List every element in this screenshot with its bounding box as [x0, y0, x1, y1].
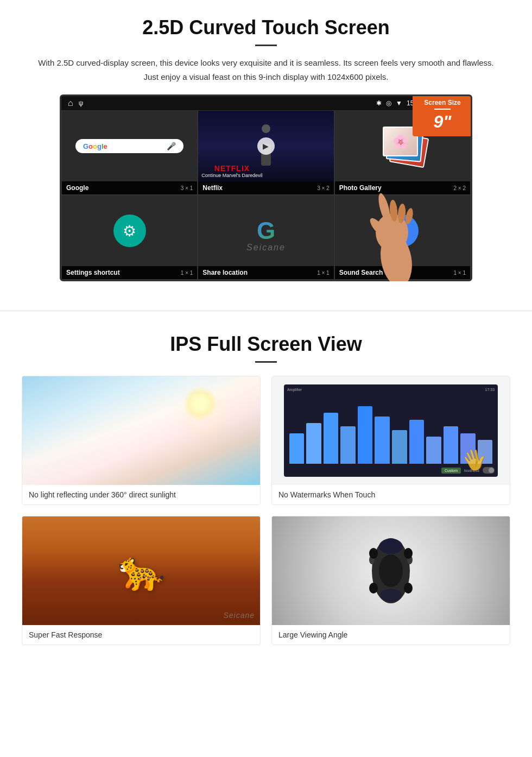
section-ips: IPS Full Screen View No light reflecting…: [0, 327, 532, 661]
svg-point-15: [369, 583, 378, 594]
amplifier-card: Amplifier 17:33: [271, 376, 510, 505]
google-name: Google: [66, 184, 88, 192]
car-card: Large Viewing Angle: [271, 516, 510, 645]
eq-bar-1: [289, 433, 305, 464]
car-image: [272, 516, 510, 625]
netflix-subtitle: Continue Marvel's Daredevil: [201, 173, 262, 178]
sunlight-card: No light reflecting under 360° direct su…: [22, 376, 261, 505]
amp-title: Amplifier: [287, 388, 302, 392]
google-cell-image: Google 🎤: [62, 111, 197, 181]
eq-bar-2: [306, 423, 321, 464]
status-bar: ⌂ ψ ✱ ◎ ▼ 15:06 ⊡ ◁) ⊠ ▭: [61, 96, 471, 110]
seicane-watermark-cheetah: Seicane: [223, 611, 255, 620]
svg-point-13: [369, 548, 378, 559]
badge-label: Screen Size: [418, 99, 467, 106]
sound-label: Sound Search 1 × 1: [335, 266, 470, 279]
app-cell-settings[interactable]: ⚙ Settings shortcut 1 × 1: [61, 195, 198, 280]
eq-bar-5: [358, 406, 373, 464]
maps-cell-image: G: [198, 195, 333, 266]
section1-title: 2.5D Curved Touch Screen: [33, 16, 499, 39]
amp-header: Amplifier 17:33: [287, 388, 495, 392]
sunlight-caption: No light reflecting under 360° direct su…: [22, 485, 260, 504]
google-label: Google 3 × 1: [62, 181, 197, 194]
amplifier-caption: No Watermarks When Touch: [272, 485, 510, 504]
eq-bar-6: [375, 417, 390, 464]
settings-cell-image: ⚙: [62, 195, 197, 266]
wifi-icon: ▼: [396, 99, 402, 107]
sound-name: Sound Search: [339, 269, 383, 276]
app-cell-sound[interactable]: ♪ Sound Search 1 × 1: [334, 195, 471, 280]
eq-bar-7: [392, 430, 407, 464]
car-caption: Large Viewing Angle: [272, 625, 510, 645]
svg-point-9: [380, 589, 402, 602]
netflix-cell-image: ▶ NETFLIX Continue Marvel's Daredevil: [198, 111, 333, 181]
device-screen: Screen Size 9" ⌂ ψ ✱ ◎ ▼ 15:06 ⊡ ◁) ⊠: [60, 94, 472, 281]
amp-footer: Custom loudness: [287, 467, 495, 474]
google-search-bar[interactable]: Google 🎤: [75, 139, 183, 153]
photos-name: Photo Gallery: [339, 184, 382, 192]
google-size: 3 × 1: [181, 185, 193, 191]
home-icon: ⌂: [68, 98, 73, 108]
settings-icon: ⚙: [113, 215, 146, 247]
gps-icon: ◎: [386, 99, 391, 107]
section1-desc: With 2.5D curved-display screen, this de…: [33, 56, 499, 84]
section1-divider: [255, 45, 277, 46]
app-cell-google[interactable]: Google 🎤 Google 3 × 1: [61, 110, 198, 195]
svg-point-16: [404, 583, 413, 594]
google-logo: Google: [83, 142, 107, 150]
app-cell-netflix[interactable]: ▶ NETFLIX Continue Marvel's Daredevil Ne…: [198, 110, 334, 195]
play-button[interactable]: ▶: [257, 137, 275, 155]
settings-name: Settings shortcut: [66, 269, 120, 276]
car-svg: [358, 527, 423, 614]
badge-size: 9": [418, 112, 467, 132]
eq-bar-10: [444, 426, 459, 464]
netflix-logo: NETFLIX: [201, 164, 262, 173]
amp-screen: Amplifier 17:33: [284, 384, 498, 477]
google-maps-icon: G: [257, 217, 275, 244]
bluetooth-icon: ✱: [376, 99, 382, 107]
sound-size: 1 × 1: [453, 270, 466, 276]
cheetah-card: 🐆 Seicane Super Fast Response: [22, 516, 261, 645]
settings-label: Settings shortcut 1 × 1: [62, 266, 197, 279]
settings-size: 1 × 1: [181, 270, 193, 276]
sun-glow: [184, 387, 217, 420]
device-mockup: Screen Size 9" ⌂ ψ ✱ ◎ ▼ 15:06 ⊡ ◁) ⊠: [60, 94, 472, 281]
app-cell-maps[interactable]: G Share location 1 × 1: [198, 195, 334, 280]
photos-size: 2 × 2: [453, 185, 466, 191]
microphone-icon: 🎤: [167, 142, 176, 150]
netflix-label: Netflix 3 × 2: [198, 181, 333, 194]
section2-divider: [255, 361, 277, 363]
netflix-size: 3 × 2: [317, 185, 330, 191]
figure-head: [262, 124, 270, 133]
section-curved-screen: 2.5D Curved Touch Screen With 2.5D curve…: [0, 0, 532, 294]
maps-size: 1 × 1: [317, 270, 330, 276]
page-divider: [0, 311, 532, 311]
cheetah-icon: 🐆: [118, 548, 165, 593]
eq-bar-4: [340, 426, 356, 464]
sunlight-gradient: [22, 376, 260, 485]
eq-bar-3: [324, 413, 339, 464]
amplifier-image: Amplifier 17:33: [272, 376, 510, 485]
sound-cell-image: ♪: [335, 195, 470, 266]
maps-name: Share location: [202, 269, 248, 276]
svg-point-10: [379, 554, 403, 587]
eq-bar-9: [426, 437, 441, 464]
sunlight-image: [22, 376, 260, 485]
eq-bar-8: [409, 420, 425, 464]
svg-point-14: [404, 548, 413, 559]
netflix-name: Netflix: [202, 184, 223, 192]
toggle-knob: [489, 468, 494, 473]
photos-label: Photo Gallery 2 × 2: [335, 181, 470, 194]
cheetah-image: 🐆 Seicane: [22, 516, 260, 625]
amp-time: 17:33: [485, 388, 495, 392]
music-icon: ♪: [386, 215, 419, 247]
feature-image-grid: No light reflecting under 360° direct su…: [22, 376, 510, 645]
badge-divider: [434, 109, 451, 110]
section2-title: IPS Full Screen View: [22, 333, 510, 356]
maps-label: Share location 1 × 1: [198, 266, 333, 279]
netflix-overlay: NETFLIX Continue Marvel's Daredevil: [201, 164, 262, 178]
app-grid: Google 🎤 Google 3 × 1: [61, 110, 471, 280]
custom-button[interactable]: Custom: [441, 468, 461, 474]
screen-size-badge: Screen Size 9": [413, 94, 472, 136]
cheetah-caption: Super Fast Response: [22, 625, 260, 645]
